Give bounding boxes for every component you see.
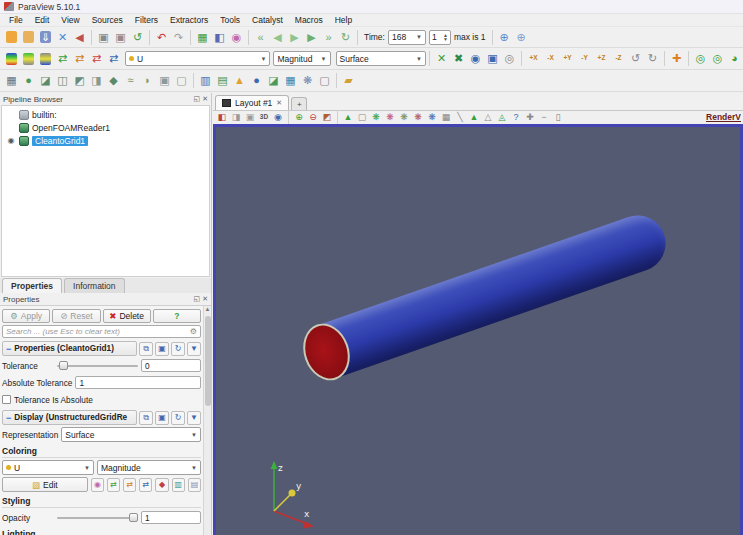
menu-item[interactable]: Sources xyxy=(86,14,129,26)
component-combo[interactable]: Magnitud▼ xyxy=(273,51,330,66)
grow-selection-icon[interactable]: ▲ xyxy=(467,111,481,124)
clip-icon[interactable]: ◪ xyxy=(37,72,54,89)
hover-cells-icon[interactable]: ▦ xyxy=(439,111,453,124)
representation-select[interactable]: Surface▼ xyxy=(61,427,201,442)
plot-over-line-icon[interactable]: ● xyxy=(248,72,265,89)
view-plus-x-icon[interactable]: +X xyxy=(525,50,542,67)
rescale-data-range-icon[interactable]: ⇄ xyxy=(54,50,71,67)
new-layout-tab-button[interactable]: + xyxy=(291,97,307,110)
show-orientation-axes-icon[interactable]: ◕ xyxy=(726,50,743,67)
collapse-icon[interactable]: − xyxy=(6,413,11,423)
properties-scrollbar[interactable]: ▲ xyxy=(203,306,211,535)
rescale-temporal-icon[interactable]: ⇄ xyxy=(139,478,152,492)
help-button[interactable]: ? xyxy=(153,309,201,323)
load-state-icon[interactable]: ▣ xyxy=(95,29,112,46)
menu-item[interactable]: Tools xyxy=(214,14,246,26)
menu-item[interactable]: File xyxy=(3,14,29,26)
rotate-90-cw-icon[interactable]: ↻ xyxy=(644,50,661,67)
group-datasets-icon[interactable]: ▣ xyxy=(156,72,173,89)
render-view-title[interactable]: RenderV xyxy=(706,112,741,122)
open-icon[interactable] xyxy=(3,29,20,46)
open-recent-icon[interactable] xyxy=(20,29,37,46)
save-display-icon[interactable]: ▼ xyxy=(187,411,201,425)
dock-float-icon[interactable]: ◱ xyxy=(194,295,201,303)
reset-center-icon[interactable]: ◎ xyxy=(692,50,709,67)
abs-tolerance-value-field[interactable]: 1 xyxy=(75,376,201,389)
time-value-combo[interactable]: 168▼ xyxy=(388,30,426,45)
render-viewport[interactable]: z y x xyxy=(213,124,743,535)
reset-display-icon[interactable]: ↻ xyxy=(171,411,185,425)
spreadsheet-view-icon[interactable]: ▥ xyxy=(197,72,214,89)
histogram-icon[interactable]: ▲ xyxy=(231,72,248,89)
zoom-to-time-icon[interactable]: ⊕ xyxy=(496,29,513,46)
view-minus-y-icon[interactable]: -Y xyxy=(576,50,593,67)
plot-selection-icon[interactable]: ▦ xyxy=(282,72,299,89)
select-cells-rect-icon[interactable]: ▲ xyxy=(341,111,355,124)
next-frame-button[interactable]: ▶ xyxy=(303,29,320,46)
interactive-select-cells-icon[interactable]: ❋ xyxy=(411,111,425,124)
search-input[interactable]: Search ... (use Esc to clear text) ⚙ xyxy=(2,325,201,338)
invert-colormap-icon[interactable]: ◆ xyxy=(155,478,168,492)
selection-query-icon[interactable]: ? xyxy=(509,111,523,124)
rescale-visible-icon[interactable]: ⇄ xyxy=(105,50,122,67)
visibility-eye-icon[interactable]: ◉ xyxy=(6,136,16,145)
menu-item[interactable]: Filters xyxy=(129,14,164,26)
colormap-preview-icon[interactable] xyxy=(3,50,20,67)
contour-icon[interactable]: ● xyxy=(20,72,37,89)
tab-properties[interactable]: Properties xyxy=(2,278,62,293)
shrink-selection-icon[interactable]: △ xyxy=(481,111,495,124)
menu-item[interactable]: Macros xyxy=(289,14,329,26)
clear-selection-icon[interactable]: ◬ xyxy=(495,111,509,124)
representation-combo[interactable]: Surface▼ xyxy=(336,51,426,66)
reset-defaults-icon[interactable]: ↻ xyxy=(171,342,185,356)
view-plus-y-icon[interactable]: +Y xyxy=(559,50,576,67)
subtract-selection-icon[interactable]: − xyxy=(537,111,551,124)
color-legend-icon[interactable]: ▤ xyxy=(188,478,201,492)
remove-camera-link-icon[interactable]: ⊖ xyxy=(306,111,320,124)
paste-properties-icon[interactable]: ▣ xyxy=(155,342,169,356)
stream-tracer-icon[interactable]: ≈ xyxy=(122,72,139,89)
colormap-lock-icon[interactable] xyxy=(37,50,54,67)
redo-icon[interactable]: ↷ xyxy=(170,29,187,46)
menu-item[interactable]: Extractors xyxy=(164,14,214,26)
pick-center-icon[interactable]: ◎ xyxy=(709,50,726,67)
menu-item[interactable]: View xyxy=(55,14,85,26)
apply-color-icon[interactable]: ◀ xyxy=(71,29,88,46)
add-camera-link-icon[interactable]: ⊕ xyxy=(292,111,306,124)
tolerance-value-field[interactable]: 0 xyxy=(141,359,201,372)
zoom-to-data-icon[interactable]: ✖ xyxy=(450,50,467,67)
opacity-slider[interactable] xyxy=(57,511,138,524)
extract-selection-icon[interactable]: ❋ xyxy=(299,72,316,89)
select-block-icon[interactable]: ❋ xyxy=(397,111,411,124)
select-cells-polygon-icon[interactable]: ❋ xyxy=(369,111,383,124)
reset-camera-icon[interactable]: ✕ xyxy=(433,50,450,67)
colormap-preset-icon[interactable]: ▥ xyxy=(172,478,185,492)
hover-points-icon[interactable]: ╲ xyxy=(453,111,467,124)
view-plus-z-icon[interactable]: +Z xyxy=(593,50,610,67)
zoom-to-box-icon[interactable]: ▣ xyxy=(484,50,501,67)
layout-tab[interactable]: Layout #1 ✕ xyxy=(215,95,289,110)
color-array-combo[interactable]: U▼ xyxy=(125,51,270,66)
capture-view-icon[interactable]: ▣ xyxy=(243,111,257,124)
previous-frame-button[interactable]: ◀ xyxy=(269,29,286,46)
warp-icon[interactable]: ◗ xyxy=(139,72,156,89)
loop-button[interactable]: ↻ xyxy=(337,29,354,46)
menu-item[interactable]: Catalyst xyxy=(246,14,289,26)
slice-icon[interactable]: ◫ xyxy=(54,72,71,89)
delete-selection-icon[interactable]: ▯ xyxy=(551,111,565,124)
measure-icon[interactable]: ▰ xyxy=(340,72,357,89)
copy-screenshot-icon[interactable]: ◨ xyxy=(229,111,243,124)
probe-location-icon[interactable]: ◪ xyxy=(265,72,282,89)
edit-colormap-button[interactable]: ▨ Edit xyxy=(2,477,88,492)
apply-button[interactable]: ⚙Apply xyxy=(2,309,50,323)
reset-session-icon[interactable]: ↺ xyxy=(129,29,146,46)
menu-item[interactable]: Edit xyxy=(29,14,56,26)
magnifier-icon[interactable]: ◎ xyxy=(501,50,518,67)
zoom-closest-icon[interactable]: ◉ xyxy=(467,50,484,67)
calculator-icon[interactable]: ▦ xyxy=(3,72,20,89)
pipe-geometry[interactable] xyxy=(317,208,674,379)
copy-properties-icon[interactable]: ⧉ xyxy=(139,342,153,356)
last-frame-button[interactable]: » xyxy=(320,29,337,46)
save-data-icon[interactable]: ⇓ xyxy=(37,29,54,46)
zoom-box-icon[interactable]: ◉ xyxy=(271,111,285,124)
